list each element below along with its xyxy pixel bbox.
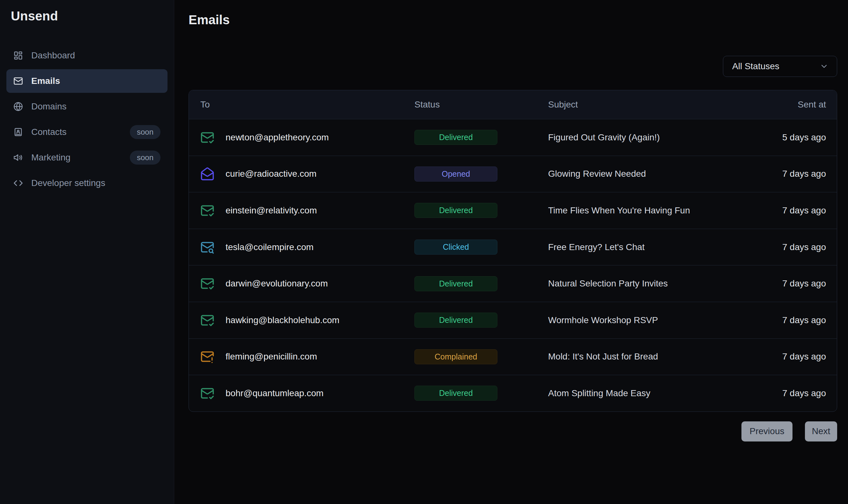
subject-cell: Atom Splitting Made Easy <box>548 388 741 398</box>
recipient-email: newton@appletheory.com <box>225 132 329 143</box>
table-row[interactable]: einstein@relativity.comDeliveredTime Fli… <box>189 192 837 229</box>
column-header-subject: Subject <box>548 100 741 110</box>
sent-at-cell: 7 days ago <box>741 205 837 216</box>
status-badge: Delivered <box>414 130 498 145</box>
subject-cell: Figured Out Gravity (Again!) <box>548 132 741 143</box>
sidebar-item-dashboard[interactable]: Dashboard <box>6 44 167 67</box>
status-badge: Delivered <box>414 386 498 401</box>
recipient-email: hawking@blackholehub.com <box>225 315 340 325</box>
sidebar-item-label: Emails <box>31 76 60 86</box>
table-row[interactable]: tesla@coilempire.comClickedFree Energy? … <box>189 229 837 265</box>
sidebar-item-marketing[interactable]: Marketingsoon <box>6 146 167 169</box>
status-cell: Opened <box>414 166 548 181</box>
table-row[interactable]: bohr@quantumleap.comDeliveredAtom Splitt… <box>189 375 837 412</box>
table-row[interactable]: fleming@penicillin.comComplainedMold: It… <box>189 339 837 375</box>
next-page-button[interactable]: Next <box>805 421 837 442</box>
recipient-email: einstein@relativity.com <box>225 205 317 216</box>
code-icon <box>13 178 23 188</box>
to-cell: bohr@quantumleap.com <box>189 386 414 400</box>
app-window: Unsend DashboardEmailsDomainsContactssoo… <box>0 0 848 504</box>
column-header-sent-at: Sent at <box>741 100 837 110</box>
status-badge: Delivered <box>414 312 498 328</box>
status-cell: Delivered <box>414 130 548 145</box>
sidebar-item-label: Domains <box>31 102 66 112</box>
recipient-email: curie@radioactive.com <box>225 169 317 179</box>
emails-table: ToStatusSubjectSent at newton@appletheor… <box>188 90 837 412</box>
column-header-to: To <box>189 100 414 110</box>
table-row[interactable]: curie@radioactive.comOpenedGlowing Revie… <box>189 156 837 192</box>
mail-check-icon <box>200 130 214 144</box>
sidebar-item-label: Contacts <box>31 127 67 137</box>
status-badge: Opened <box>414 166 498 181</box>
status-badge: Complained <box>414 349 498 364</box>
to-cell: curie@radioactive.com <box>189 167 414 181</box>
subject-cell: Free Energy? Let's Chat <box>548 242 741 252</box>
chevron-down-icon <box>819 62 829 71</box>
status-badge: Clicked <box>414 239 498 255</box>
status-cell: Delivered <box>414 386 548 401</box>
status-cell: Delivered <box>414 203 548 218</box>
sidebar-nav: DashboardEmailsDomainsContactssoonMarket… <box>6 44 167 195</box>
table-row[interactable]: darwin@evolutionary.comDeliveredNatural … <box>189 265 837 302</box>
column-header-status: Status <box>414 100 548 110</box>
to-cell: tesla@coilempire.com <box>189 240 414 254</box>
globe-icon <box>13 102 23 111</box>
sidebar-item-label: Marketing <box>31 152 71 163</box>
recipient-email: tesla@coilempire.com <box>225 242 313 252</box>
mail-check-icon <box>200 313 214 327</box>
status-cell: Clicked <box>414 239 548 255</box>
status-badge: Delivered <box>414 276 498 291</box>
mail-search-icon <box>200 240 214 254</box>
to-cell: fleming@penicillin.com <box>189 349 414 364</box>
toolbar: All Statuses <box>188 56 837 77</box>
sidebar-item-contacts[interactable]: Contactssoon <box>6 120 167 144</box>
app-title: Unsend <box>11 9 167 23</box>
sidebar-item-label: Developer settings <box>31 178 105 188</box>
subject-cell: Mold: It's Not Just for Bread <box>548 352 741 362</box>
status-cell: Delivered <box>414 276 548 291</box>
status-cell: Complained <box>414 349 548 364</box>
page-title: Emails <box>188 13 837 27</box>
status-filter-value: All Statuses <box>732 61 779 71</box>
subject-cell: Wormhole Workshop RSVP <box>548 315 741 325</box>
previous-page-button[interactable]: Previous <box>741 421 793 442</box>
table-row[interactable]: hawking@blackholehub.comDeliveredWormhol… <box>189 302 837 339</box>
mail-check-icon <box>200 276 214 291</box>
sidebar-item-domains[interactable]: Domains <box>6 95 167 118</box>
status-cell: Delivered <box>414 312 548 328</box>
mail-icon <box>13 76 23 86</box>
mail-open-icon <box>200 167 214 181</box>
sent-at-cell: 7 days ago <box>741 352 837 362</box>
to-cell: darwin@evolutionary.com <box>189 276 414 291</box>
main-content: Emails All Statuses ToStatusSubjectSent … <box>174 0 848 504</box>
mail-check-icon <box>200 386 214 400</box>
soon-badge: soon <box>130 125 161 139</box>
table-body: newton@appletheory.comDeliveredFigured O… <box>189 119 837 412</box>
to-cell: einstein@relativity.com <box>189 203 414 218</box>
sent-at-cell: 5 days ago <box>741 132 837 143</box>
dashboard-icon <box>13 51 23 60</box>
status-badge: Delivered <box>414 203 498 218</box>
recipient-email: fleming@penicillin.com <box>225 352 317 362</box>
subject-cell: Time Flies When You're Having Fun <box>548 205 741 216</box>
sidebar-item-label: Dashboard <box>31 50 75 60</box>
megaphone-icon <box>13 153 23 162</box>
table-header-row: ToStatusSubjectSent at <box>189 90 837 119</box>
soon-badge: soon <box>130 150 161 165</box>
sent-at-cell: 7 days ago <box>741 169 837 179</box>
sent-at-cell: 7 days ago <box>741 315 837 325</box>
sidebar: Unsend DashboardEmailsDomainsContactssoo… <box>0 0 174 504</box>
sidebar-item-developer-settings[interactable]: Developer settings <box>6 171 167 195</box>
table-row[interactable]: newton@appletheory.comDeliveredFigured O… <box>189 119 837 156</box>
to-cell: hawking@blackholehub.com <box>189 313 414 327</box>
recipient-email: bohr@quantumleap.com <box>225 388 324 398</box>
status-filter-dropdown[interactable]: All Statuses <box>723 56 837 77</box>
recipient-email: darwin@evolutionary.com <box>225 278 328 289</box>
subject-cell: Natural Selection Party Invites <box>548 278 741 289</box>
to-cell: newton@appletheory.com <box>189 130 414 144</box>
mail-check-icon <box>200 203 214 218</box>
sidebar-item-emails[interactable]: Emails <box>6 69 167 93</box>
sent-at-cell: 7 days ago <box>741 278 837 289</box>
mail-warning-icon <box>200 349 214 364</box>
contacts-icon <box>13 127 23 137</box>
